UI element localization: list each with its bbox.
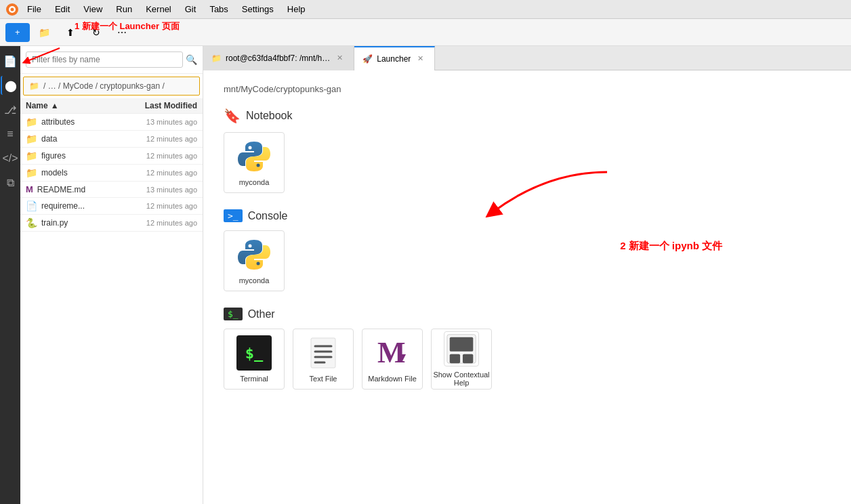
markdown-card[interactable]: M Markdown File	[362, 329, 423, 390]
running-icon[interactable]: ⬤	[1, 76, 20, 95]
content-area: 📁 root@c63fda4fbbf7: /mnt/h… ✕ 🚀 Launche…	[203, 46, 851, 504]
svg-text:M: M	[377, 336, 406, 369]
notebook-myconda-card[interactable]: myconda	[224, 132, 285, 193]
tab-folder-icon: 📁	[211, 54, 222, 63]
svg-rect-16	[450, 337, 474, 352]
tab-launcher[interactable]: 🚀 Launcher ✕	[354, 46, 435, 70]
menu-run[interactable]: Run	[110, 3, 138, 16]
launcher-path: mnt/MyCode/cryptopunks-gan	[224, 84, 831, 94]
git-icon[interactable]: ⎇	[1, 100, 20, 119]
notebook-section-icon: 🔖	[224, 108, 241, 124]
file-item[interactable]: MREADME.md13 minutes ago	[20, 182, 203, 198]
svg-point-2	[11, 7, 14, 11]
file-item[interactable]: 📁figures12 minutes ago	[20, 148, 203, 165]
markdown-card-icon: M	[375, 335, 410, 371]
terminal-label: Terminal	[240, 375, 268, 383]
tab-launcher-icon: 🚀	[362, 54, 373, 64]
header-name: Name	[26, 101, 48, 110]
arrow-2	[478, 165, 614, 233]
textfile-card[interactable]: Text File	[293, 329, 354, 390]
section-notebook: 🔖 Notebook	[224, 108, 831, 124]
toolbar: + 📁 ⬆ ↻ ⋯ 1 新建一个 Launcher 页面	[0, 19, 851, 46]
menu-view[interactable]: View	[78, 3, 108, 16]
icon-panel: 📄 ⬤ ⎇ ≡ </> ⧉	[0, 46, 20, 504]
folder-icon: 📁	[26, 117, 37, 127]
svg-line-3	[26, 48, 60, 62]
py-icon: 🐍	[26, 217, 37, 228]
tab-terminal-label: root@c63fda4fbbf7: /mnt/h…	[226, 54, 330, 63]
console-myconda-card[interactable]: myconda	[224, 230, 285, 291]
file-modified: 12 minutes ago	[116, 135, 197, 143]
notebook-section-title: Notebook	[246, 110, 293, 122]
folder-icon: 📁	[26, 150, 37, 161]
new-launcher-button[interactable]: +	[5, 23, 30, 42]
svg-point-6	[249, 245, 252, 248]
console-section-title: Console	[248, 210, 288, 222]
search-icon: 🔍	[186, 54, 197, 65]
plus-icon: +	[15, 27, 20, 37]
puzzle-icon[interactable]: ⧉	[1, 173, 20, 192]
other-section-icon: $_	[224, 308, 243, 320]
file-modified: 13 minutes ago	[116, 186, 197, 194]
menu-kernel[interactable]: Kernel	[140, 3, 177, 16]
menu-help[interactable]: Help	[282, 3, 311, 16]
breadcrumb-text: / … / MyCode / cryptopunks-gan /	[43, 81, 165, 91]
menu-edit[interactable]: Edit	[49, 3, 75, 16]
tab-launcher-close[interactable]: ✕	[415, 53, 426, 64]
other-section-title: Other	[248, 308, 275, 320]
file-list-header: Name ▲ Last Modified	[20, 98, 203, 114]
svg-rect-18	[463, 354, 473, 363]
file-name: figures	[41, 151, 116, 161]
help-card-icon	[444, 331, 479, 366]
file-name: data	[41, 134, 116, 144]
menu-file[interactable]: File	[22, 3, 47, 16]
console-cards: myconda	[224, 230, 831, 291]
help-card[interactable]: Show Contextual Help	[431, 329, 492, 390]
list-icon[interactable]: ≡	[1, 125, 20, 144]
breadcrumb[interactable]: 📁 / … / MyCode / cryptopunks-gan /	[23, 77, 200, 96]
file-item[interactable]: 📄requireme...12 minutes ago	[20, 198, 203, 215]
file-name: train.py	[41, 218, 116, 228]
terminal-card[interactable]: $_ Terminal	[224, 329, 285, 390]
file-name: attributes	[41, 117, 116, 127]
menubar: File Edit View Run Kernel Git Tabs Setti…	[0, 0, 851, 19]
notebook-myconda-label: myconda	[239, 178, 270, 186]
file-item[interactable]: 🐍train.py12 minutes ago	[20, 215, 203, 232]
file-modified: 12 minutes ago	[116, 219, 197, 227]
file-item[interactable]: 📁attributes13 minutes ago	[20, 114, 203, 131]
help-label: Show Contextual Help	[432, 371, 491, 387]
tab-launcher-label: Launcher	[377, 54, 411, 64]
textfile-card-icon	[306, 335, 341, 371]
python-logo-notebook	[236, 139, 272, 174]
svg-point-7	[257, 262, 260, 266]
upload-button[interactable]: ⬆	[60, 23, 81, 42]
file-item[interactable]: 📁data12 minutes ago	[20, 131, 203, 148]
md-icon: M	[26, 184, 33, 194]
folder-icon: 📁	[26, 167, 37, 178]
menu-git[interactable]: Git	[180, 3, 202, 16]
file-name: models	[41, 168, 116, 177]
file-modified: 13 minutes ago	[116, 118, 197, 126]
folder-icon: 📁	[29, 81, 39, 91]
more-options-button[interactable]: ⋯	[111, 23, 133, 42]
svg-point-4	[249, 146, 252, 150]
menu-tabs[interactable]: Tabs	[204, 3, 233, 16]
menu-settings[interactable]: Settings	[236, 3, 279, 16]
svg-point-5	[257, 164, 260, 167]
extensions-icon[interactable]: </>	[1, 149, 20, 168]
sort-icon[interactable]: ▲	[51, 101, 59, 110]
refresh-button[interactable]: ↻	[85, 23, 107, 42]
file-name: README.md	[37, 185, 116, 194]
other-cards: $_ Terminal Text File	[224, 329, 831, 390]
main-layout: 📄 ⬤ ⎇ ≡ </> ⧉ 🔍 📁 / … / MyCode / cryptop…	[0, 46, 851, 504]
file-modified: 12 minutes ago	[116, 202, 197, 210]
svg-rect-17	[450, 354, 460, 363]
tab-terminal[interactable]: 📁 root@c63fda4fbbf7: /mnt/h… ✕	[203, 46, 354, 70]
arrow-1	[12, 45, 66, 65]
textfile-label: Text File	[310, 375, 337, 383]
tab-terminal-close[interactable]: ✕	[334, 52, 346, 64]
folder-icon-btn[interactable]: 📁	[34, 23, 56, 42]
console-section-icon: >_	[224, 209, 243, 222]
file-name: requireme...	[41, 201, 116, 211]
file-item[interactable]: 📁models12 minutes ago	[20, 165, 203, 182]
